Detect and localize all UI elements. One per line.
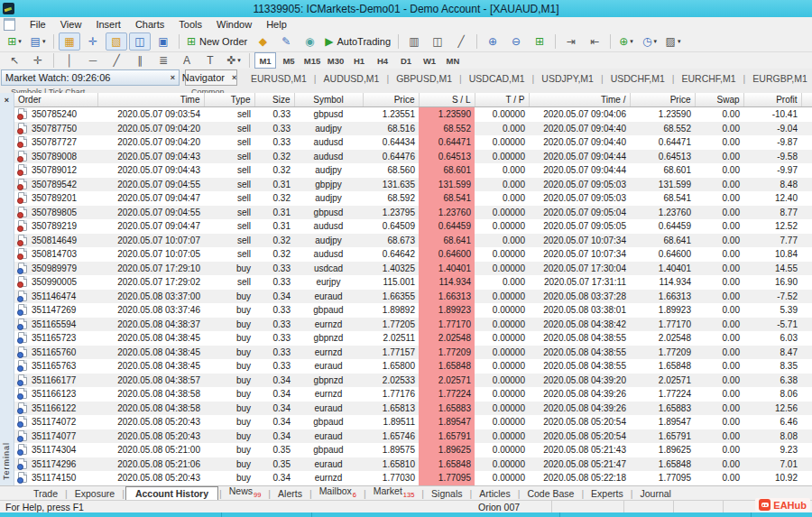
tab-journal[interactable]: Journal — [633, 487, 677, 501]
menu-window[interactable]: Window — [209, 18, 259, 31]
table-row[interactable]: 351174296 2020.05.08 05:21:06 buy 0.35 e… — [14, 457, 812, 472]
data-window-toggle[interactable]: ✛ — [82, 32, 104, 51]
col-sl[interactable]: S / L — [419, 93, 475, 107]
table-row[interactable]: 350789542 2020.05.07 09:04:55 sell 0.31 … — [14, 178, 812, 192]
menu-file[interactable]: File — [23, 18, 53, 31]
menu-view[interactable]: View — [53, 18, 89, 31]
table-row[interactable]: 351174072 2020.05.08 05:20:43 buy 0.34 g… — [14, 415, 812, 429]
autotrading-button[interactable]: ▶AutoTrading — [322, 32, 393, 51]
metaeditor-button[interactable]: ◆ — [252, 32, 273, 51]
menu-charts[interactable]: Charts — [128, 18, 171, 31]
terminal-toggle[interactable]: ◫ — [129, 32, 151, 51]
timeframe-m30-button[interactable]: M30 — [325, 52, 346, 69]
table-row[interactable]: 350814703 2020.05.07 10:07:05 sell 0.32 … — [14, 247, 812, 262]
table-row[interactable]: 350787727 2020.05.07 09:04:20 sell 0.33 … — [14, 135, 812, 150]
col-symbol[interactable]: Symbol — [294, 93, 363, 107]
menu-insert[interactable]: Insert — [88, 18, 128, 31]
table-row[interactable]: 351174304 2020.05.08 05:21:00 buy 0.35 g… — [14, 443, 812, 457]
chart-tab-usdcadm1[interactable]: USDCAD,M1 — [462, 73, 532, 84]
templates-button[interactable]: ▨▾ — [662, 32, 684, 51]
table-row[interactable]: 350789008 2020.05.07 09:04:43 sell 0.32 … — [14, 150, 812, 164]
table-row[interactable]: 351166123 2020.05.08 04:38:58 buy 0.34 e… — [14, 387, 812, 402]
vertical-line-button[interactable]: │ — [59, 51, 80, 69]
navigator-header[interactable]: Navigator × — [185, 69, 237, 86]
col-type[interactable]: Type — [204, 93, 254, 107]
crosshair-button[interactable]: ✛ — [27, 51, 49, 69]
tile-windows-button[interactable]: ⊞ — [529, 32, 550, 51]
market-watch-toggle[interactable]: ▦ — [59, 32, 80, 51]
col-order[interactable]: Order — [14, 93, 97, 107]
col-close-time[interactable]: Time / — [529, 93, 630, 107]
zoom-out-button[interactable]: ⊖ — [505, 32, 527, 51]
tab-news[interactable]: News99 — [223, 485, 268, 501]
text-button[interactable]: A — [176, 51, 198, 69]
horizontal-line-button[interactable]: ─ — [82, 51, 104, 69]
table-row[interactable]: 351166177 2020.05.08 04:38:57 buy 0.34 g… — [14, 374, 812, 388]
menu-tools[interactable]: Tools — [171, 18, 209, 31]
indicators-button[interactable]: ⊕▾ — [615, 32, 637, 51]
col-swap[interactable]: Swap — [695, 93, 743, 107]
menu-help[interactable]: Help — [259, 18, 294, 31]
new-chart-button[interactable]: ⊞▾ — [4, 32, 25, 51]
table-row[interactable]: 350989979 2020.05.07 17:29:10 buy 0.33 u… — [14, 262, 812, 276]
candlestick-chart-button[interactable]: ◫ — [427, 32, 448, 51]
child-window-icon[interactable] — [4, 18, 15, 31]
channel-button[interactable]: ∥ — [129, 51, 151, 69]
chart-tab-usdchfm1[interactable]: USDCHF,M1 — [604, 73, 672, 84]
table-row[interactable]: 351165763 2020.05.08 04:38:45 buy 0.33 e… — [14, 359, 812, 374]
close-icon[interactable]: × — [167, 73, 179, 82]
tab-code-base[interactable]: Code Base — [521, 487, 580, 501]
tab-articles[interactable]: Articles — [473, 487, 516, 501]
table-row[interactable]: 351174150 2020.05.08 05:20:43 buy 0.34 e… — [14, 471, 812, 485]
col-size[interactable]: Size — [254, 93, 294, 107]
tab-market[interactable]: Market135 — [367, 485, 421, 501]
table-row[interactable]: 350785240 2020.05.07 09:03:54 sell 0.33 … — [14, 107, 812, 122]
tab-trade[interactable]: Trade — [27, 487, 64, 501]
table-row[interactable]: 351165723 2020.05.08 04:38:45 buy 0.33 g… — [14, 331, 812, 346]
auto-scroll-button[interactable]: ⇥ — [560, 32, 582, 51]
col-open-time[interactable]: Time — [97, 93, 204, 107]
timeframe-mn-button[interactable]: MN — [442, 52, 464, 69]
print-button[interactable]: ✎ — [275, 32, 297, 51]
close-icon[interactable]: × — [228, 73, 240, 82]
chart-tab-usdjpym1[interactable]: USDJPY,M1 — [534, 73, 601, 84]
text-label-button[interactable]: T — [199, 51, 221, 69]
timeframe-w1-button[interactable]: W1 — [419, 52, 440, 69]
tab-experts[interactable]: Experts — [585, 487, 630, 501]
table-row[interactable]: 351165594 2020.05.08 04:38:37 buy 0.33 e… — [14, 318, 812, 332]
table-row[interactable]: 351165760 2020.05.08 04:38:45 buy 0.33 e… — [14, 346, 812, 360]
timeframe-d1-button[interactable]: D1 — [395, 52, 417, 69]
bar-chart-button[interactable]: ▥ — [403, 32, 425, 51]
table-row[interactable]: 351146474 2020.05.08 03:37:00 buy 0.34 e… — [14, 290, 812, 304]
sound-button[interactable]: ◉ — [299, 32, 320, 51]
chart-tab-gbpusdm1[interactable]: GBPUSD,M1 — [389, 73, 459, 84]
chart-tab-eurgbpm1[interactable]: EURGBP,M1 — [745, 73, 812, 84]
table-row[interactable]: 350789219 2020.05.07 09:04:47 sell 0.31 … — [14, 219, 812, 234]
cursor-button[interactable]: ↖ — [4, 51, 25, 69]
col-open-price[interactable]: Price — [363, 93, 419, 107]
chart-tab-eurchfm1[interactable]: EURCHF,M1 — [674, 73, 743, 84]
periods-button[interactable]: ◷▾ — [639, 32, 660, 51]
col-profit[interactable]: Profit — [743, 93, 801, 107]
chart-tab-audusdm1[interactable]: AUDUSD,M1 — [317, 73, 387, 84]
timeframe-m1-button[interactable]: M1 — [254, 52, 276, 69]
zoom-in-button[interactable]: ⊕ — [482, 32, 503, 51]
line-chart-button[interactable]: ╱ — [450, 32, 472, 51]
profiles-button[interactable]: ▤▾ — [27, 32, 49, 51]
tab-mailbox[interactable]: Mailbox6 — [313, 485, 363, 501]
table-row[interactable]: 350814649 2020.05.07 10:07:07 sell 0.32 … — [14, 234, 812, 248]
col-close-price[interactable]: Price — [630, 93, 695, 107]
table-row[interactable]: 350789201 2020.05.07 09:04:47 sell 0.32 … — [14, 191, 812, 206]
timeframe-h1-button[interactable]: H1 — [348, 52, 370, 69]
col-tp[interactable]: T / P — [475, 93, 529, 107]
navigator-toggle[interactable]: ▧ — [106, 32, 127, 51]
timeframe-h4-button[interactable]: H4 — [372, 52, 393, 69]
tab-signals[interactable]: Signals — [425, 487, 468, 501]
table-row[interactable]: 351147269 2020.05.08 03:37:46 buy 0.33 g… — [14, 303, 812, 318]
table-row[interactable]: 350789805 2020.05.07 09:04:55 sell 0.31 … — [14, 206, 812, 220]
market-watch-header[interactable]: Market Watch: 09:26:06 × — [1, 69, 180, 86]
timeframe-m5-button[interactable]: M5 — [278, 52, 300, 69]
table-row[interactable]: 350990005 2020.05.07 17:29:02 sell 0.33 … — [14, 275, 812, 290]
chart-tab-eurusdm1[interactable]: EURUSD,M1 — [244, 73, 314, 84]
table-row[interactable]: 351166122 2020.05.08 04:38:58 buy 0.34 e… — [14, 402, 812, 416]
